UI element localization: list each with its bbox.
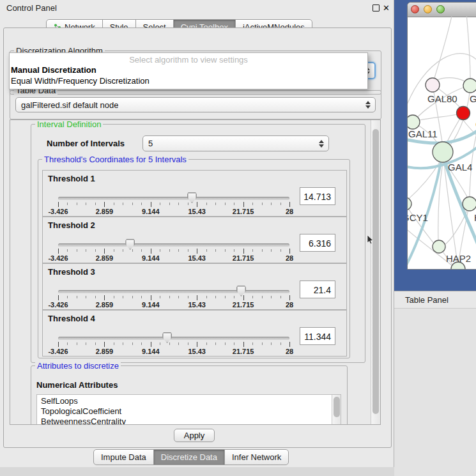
node-selected [457,107,470,120]
tab-discretize-data[interactable]: Discretize Data [153,449,225,465]
interval-definition-group: Interval Definition Number of Intervals … [31,124,365,363]
threshold-label: Threshold 1 [48,174,95,183]
node-label: GAL4 [448,162,472,173]
group-label: Attributes to discretize [35,361,121,371]
bottom-tab-bar: Impute Data Discretize Data Infer Networ… [93,449,289,465]
thresholds-group: Threshold's Coordinates for 5 Intervals … [38,159,350,358]
node-gal4 [433,142,453,162]
table-data-group: Table Data galFiltered.sif default node [10,90,381,119]
tab-infer-network[interactable]: Infer Network [224,449,289,465]
table-panel-title: Table Panel [405,295,449,305]
threshold-slider[interactable]: -3.4262.859 9.14415.43 21.71528 [58,286,289,309]
node-label: HAP2 [446,253,471,264]
attributes-group: Attributes to discretize Numerical Attri… [31,365,348,425]
node [463,79,476,93]
node [426,78,440,92]
threshold-label: Threshold 4 [48,314,95,323]
slider-tick-labels: -3.4262.859 9.14415.43 21.71528 [58,301,289,309]
mouse-cursor [367,235,374,245]
list-item[interactable]: SelfLoops [37,396,341,406]
threshold-slider[interactable]: -3.4262.859 9.14415.43 21.71528 [58,332,289,355]
threshold-panel: Threshold 1 -3.4262.859 9.14415.43 21.71… [42,170,347,217]
threshold-value-field[interactable]: 21.4 [300,280,335,298]
threshold-value-field[interactable]: 11.344 [300,327,335,345]
table-panel-body: ⚙ ☑☑ shared… name YDL19…YDL1 YDR27…YDR2 … [394,309,476,476]
node-label-partial: GA [470,93,476,104]
node [433,240,445,253]
node [463,197,476,211]
threshold-slider[interactable]: -3.4262.859 9.14415.43 21.71528 [58,239,289,262]
threshold-panel: Threshold 3 -3.4262.859 9.14415.43 21.71… [42,263,347,310]
threshold-label: Threshold 3 [48,267,95,277]
list-item[interactable]: TopologicalCoefficient [37,406,341,417]
table-panel-header: Table Panel [394,291,476,309]
node-label: GCY1 [408,212,428,223]
attributes-list[interactable]: SelfLoops TopologicalCoefficient Between… [36,394,341,425]
network-desktop: GAL80 GA GAL11 C GAL4 GCY1 H HAP2 [394,0,476,291]
slider-ticks [58,249,289,254]
slider-tick-labels: -3.4262.859 9.14415.43 21.71528 [58,254,289,262]
network-view-window[interactable]: GAL80 GA GAL11 C GAL4 GCY1 H HAP2 [407,2,476,270]
slider-ticks [58,295,289,301]
num-intervals-combobox[interactable]: 5 [142,135,329,151]
dropdown-item-equal-width[interactable]: Equal Width/Frequency Discretization [11,76,150,86]
numerical-attributes-heading: Numerical Attributes [36,380,118,390]
threshold-label: Threshold 2 [48,220,95,230]
stepper-icon [319,139,324,149]
tab-impute-data[interactable]: Impute Data [93,449,154,465]
dropdown-item-manual[interactable]: Manual Discretization [11,65,96,75]
slider-ticks [58,202,289,208]
slider-track [58,337,289,340]
slider-track [58,243,289,247]
list-item[interactable]: BetweennessCentrality [37,417,341,425]
slider-track [58,290,289,293]
close-traffic-light-icon[interactable] [411,5,419,13]
settings-scrollpane: Interval Definition Number of Intervals … [10,119,381,425]
group-label: Threshold's Coordinates for 5 Intervals [42,155,188,164]
threshold-value-field[interactable]: 6.316 [300,234,335,252]
right-workspace: GAL80 GA GAL11 C GAL4 GCY1 H HAP2 Table … [394,0,476,476]
threshold-slider[interactable]: -3.4262.859 9.14415.43 21.71528 [58,192,289,215]
algorithm-dropdown-popup: Select algorithm to view settings Manual… [9,52,368,89]
slider-track [58,197,289,200]
group-label: Interval Definition [35,119,103,129]
num-intervals-label: Number of Intervals [47,139,125,148]
node [408,197,411,210]
node-label: GAL80 [427,93,457,104]
slider-ticks [58,342,289,348]
close-icon[interactable]: ✕ [383,4,390,12]
node [408,115,420,129]
node-label: GAL11 [408,128,438,139]
stepper-icon [365,100,371,110]
zoom-traffic-light-icon[interactable] [436,5,445,13]
dropdown-hint: Select algorithm to view settings [10,55,367,65]
slider-tick-labels: -3.4262.859 9.14415.43 21.71528 [58,208,289,215]
slider-tick-labels: -3.4262.859 9.14415.43 21.71528 [58,348,289,355]
float-window-icon[interactable] [372,4,380,12]
list-scrollbar[interactable] [332,395,341,424]
threshold-value-field[interactable]: 14.713 [300,187,335,205]
cyni-toolbox-panel: Discretization Algorithm Table Data galF… [3,27,392,448]
threshold-panel: Threshold 2 -3.4262.859 9.14415.43 21.71… [42,217,347,263]
minimize-traffic-light-icon[interactable] [424,5,432,13]
network-canvas[interactable]: GAL80 GA GAL11 C GAL4 GCY1 H HAP2 [408,17,476,269]
panel-title: Control Panel [6,3,57,13]
network-window-titlebar[interactable] [408,3,476,17]
settings-scrollbar[interactable] [371,120,380,424]
threshold-panel: Threshold 4 -3.4262.859 9.14415.43 21.71… [42,310,347,357]
apply-button[interactable]: Apply [174,429,215,442]
table-data-combobox[interactable]: galFiltered.sif default node [15,97,376,112]
